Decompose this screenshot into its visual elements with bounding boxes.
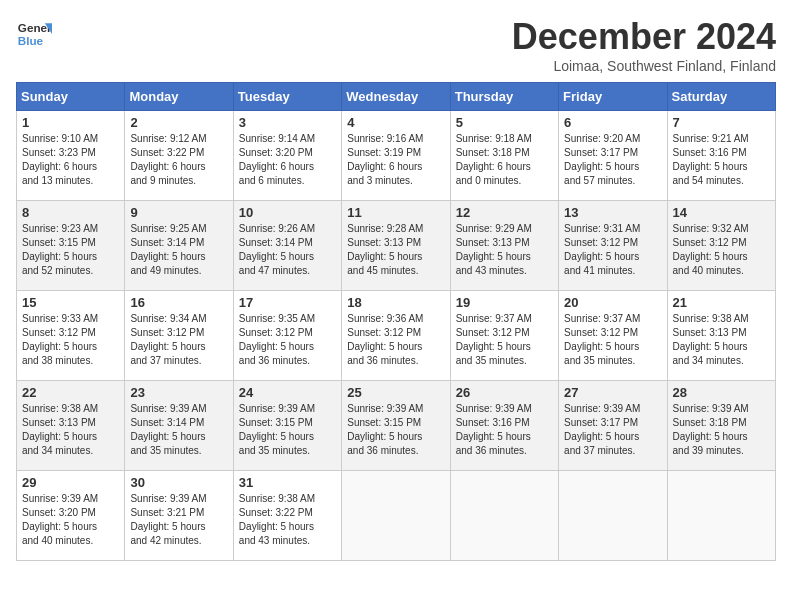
day-number: 8 [22, 205, 119, 220]
logo-icon: General Blue [16, 16, 52, 52]
day-number: 3 [239, 115, 336, 130]
calendar-cell: 12Sunrise: 9:29 AM Sunset: 3:13 PM Dayli… [450, 201, 558, 291]
day-info: Sunrise: 9:25 AM Sunset: 3:14 PM Dayligh… [130, 222, 227, 278]
day-number: 7 [673, 115, 770, 130]
calendar-cell: 4Sunrise: 9:16 AM Sunset: 3:19 PM Daylig… [342, 111, 450, 201]
weekday-header: Saturday [667, 83, 775, 111]
calendar-week-row: 15Sunrise: 9:33 AM Sunset: 3:12 PM Dayli… [17, 291, 776, 381]
calendar-cell: 7Sunrise: 9:21 AM Sunset: 3:16 PM Daylig… [667, 111, 775, 201]
calendar-cell: 13Sunrise: 9:31 AM Sunset: 3:12 PM Dayli… [559, 201, 667, 291]
day-number: 17 [239, 295, 336, 310]
day-info: Sunrise: 9:39 AM Sunset: 3:15 PM Dayligh… [347, 402, 444, 458]
day-info: Sunrise: 9:14 AM Sunset: 3:20 PM Dayligh… [239, 132, 336, 188]
calendar-week-row: 22Sunrise: 9:38 AM Sunset: 3:13 PM Dayli… [17, 381, 776, 471]
weekday-header: Friday [559, 83, 667, 111]
day-info: Sunrise: 9:39 AM Sunset: 3:17 PM Dayligh… [564, 402, 661, 458]
day-number: 14 [673, 205, 770, 220]
day-info: Sunrise: 9:18 AM Sunset: 3:18 PM Dayligh… [456, 132, 553, 188]
calendar-cell: 26Sunrise: 9:39 AM Sunset: 3:16 PM Dayli… [450, 381, 558, 471]
calendar-cell: 22Sunrise: 9:38 AM Sunset: 3:13 PM Dayli… [17, 381, 125, 471]
day-number: 28 [673, 385, 770, 400]
day-info: Sunrise: 9:38 AM Sunset: 3:13 PM Dayligh… [22, 402, 119, 458]
calendar-cell [342, 471, 450, 561]
day-info: Sunrise: 9:10 AM Sunset: 3:23 PM Dayligh… [22, 132, 119, 188]
calendar-cell [667, 471, 775, 561]
weekday-header: Wednesday [342, 83, 450, 111]
day-number: 18 [347, 295, 444, 310]
calendar-cell: 17Sunrise: 9:35 AM Sunset: 3:12 PM Dayli… [233, 291, 341, 381]
day-number: 24 [239, 385, 336, 400]
calendar-cell: 9Sunrise: 9:25 AM Sunset: 3:14 PM Daylig… [125, 201, 233, 291]
calendar-week-row: 8Sunrise: 9:23 AM Sunset: 3:15 PM Daylig… [17, 201, 776, 291]
day-info: Sunrise: 9:37 AM Sunset: 3:12 PM Dayligh… [564, 312, 661, 368]
page-header: General Blue December 2024 Loimaa, South… [16, 16, 776, 74]
day-number: 29 [22, 475, 119, 490]
calendar-cell: 18Sunrise: 9:36 AM Sunset: 3:12 PM Dayli… [342, 291, 450, 381]
day-number: 21 [673, 295, 770, 310]
day-number: 10 [239, 205, 336, 220]
title-area: December 2024 Loimaa, Southwest Finland,… [512, 16, 776, 74]
day-number: 1 [22, 115, 119, 130]
calendar-cell: 27Sunrise: 9:39 AM Sunset: 3:17 PM Dayli… [559, 381, 667, 471]
calendar-cell: 19Sunrise: 9:37 AM Sunset: 3:12 PM Dayli… [450, 291, 558, 381]
calendar-table: SundayMondayTuesdayWednesdayThursdayFrid… [16, 82, 776, 561]
calendar-cell: 16Sunrise: 9:34 AM Sunset: 3:12 PM Dayli… [125, 291, 233, 381]
day-info: Sunrise: 9:16 AM Sunset: 3:19 PM Dayligh… [347, 132, 444, 188]
calendar-cell [559, 471, 667, 561]
day-number: 26 [456, 385, 553, 400]
day-info: Sunrise: 9:36 AM Sunset: 3:12 PM Dayligh… [347, 312, 444, 368]
day-info: Sunrise: 9:38 AM Sunset: 3:22 PM Dayligh… [239, 492, 336, 548]
calendar-cell: 24Sunrise: 9:39 AM Sunset: 3:15 PM Dayli… [233, 381, 341, 471]
day-number: 11 [347, 205, 444, 220]
day-info: Sunrise: 9:20 AM Sunset: 3:17 PM Dayligh… [564, 132, 661, 188]
day-info: Sunrise: 9:33 AM Sunset: 3:12 PM Dayligh… [22, 312, 119, 368]
day-number: 22 [22, 385, 119, 400]
calendar-cell: 3Sunrise: 9:14 AM Sunset: 3:20 PM Daylig… [233, 111, 341, 201]
calendar-cell: 5Sunrise: 9:18 AM Sunset: 3:18 PM Daylig… [450, 111, 558, 201]
calendar-cell: 10Sunrise: 9:26 AM Sunset: 3:14 PM Dayli… [233, 201, 341, 291]
day-info: Sunrise: 9:38 AM Sunset: 3:13 PM Dayligh… [673, 312, 770, 368]
calendar-cell: 8Sunrise: 9:23 AM Sunset: 3:15 PM Daylig… [17, 201, 125, 291]
calendar-week-row: 29Sunrise: 9:39 AM Sunset: 3:20 PM Dayli… [17, 471, 776, 561]
calendar-cell: 28Sunrise: 9:39 AM Sunset: 3:18 PM Dayli… [667, 381, 775, 471]
weekday-header: Tuesday [233, 83, 341, 111]
calendar-cell: 23Sunrise: 9:39 AM Sunset: 3:14 PM Dayli… [125, 381, 233, 471]
day-info: Sunrise: 9:39 AM Sunset: 3:20 PM Dayligh… [22, 492, 119, 548]
day-info: Sunrise: 9:39 AM Sunset: 3:21 PM Dayligh… [130, 492, 227, 548]
day-number: 16 [130, 295, 227, 310]
weekday-header: Thursday [450, 83, 558, 111]
day-number: 30 [130, 475, 227, 490]
svg-text:General: General [18, 21, 52, 34]
day-number: 5 [456, 115, 553, 130]
day-info: Sunrise: 9:34 AM Sunset: 3:12 PM Dayligh… [130, 312, 227, 368]
day-number: 31 [239, 475, 336, 490]
day-number: 19 [456, 295, 553, 310]
day-info: Sunrise: 9:35 AM Sunset: 3:12 PM Dayligh… [239, 312, 336, 368]
day-info: Sunrise: 9:39 AM Sunset: 3:16 PM Dayligh… [456, 402, 553, 458]
logo: General Blue [16, 16, 52, 52]
weekday-header: Sunday [17, 83, 125, 111]
day-number: 15 [22, 295, 119, 310]
calendar-cell: 6Sunrise: 9:20 AM Sunset: 3:17 PM Daylig… [559, 111, 667, 201]
day-info: Sunrise: 9:31 AM Sunset: 3:12 PM Dayligh… [564, 222, 661, 278]
day-number: 12 [456, 205, 553, 220]
day-info: Sunrise: 9:12 AM Sunset: 3:22 PM Dayligh… [130, 132, 227, 188]
day-number: 13 [564, 205, 661, 220]
day-info: Sunrise: 9:28 AM Sunset: 3:13 PM Dayligh… [347, 222, 444, 278]
day-info: Sunrise: 9:23 AM Sunset: 3:15 PM Dayligh… [22, 222, 119, 278]
calendar-cell: 15Sunrise: 9:33 AM Sunset: 3:12 PM Dayli… [17, 291, 125, 381]
calendar-cell: 20Sunrise: 9:37 AM Sunset: 3:12 PM Dayli… [559, 291, 667, 381]
day-number: 9 [130, 205, 227, 220]
svg-text:Blue: Blue [18, 34, 44, 47]
calendar-cell: 11Sunrise: 9:28 AM Sunset: 3:13 PM Dayli… [342, 201, 450, 291]
day-number: 6 [564, 115, 661, 130]
calendar-cell: 2Sunrise: 9:12 AM Sunset: 3:22 PM Daylig… [125, 111, 233, 201]
day-number: 27 [564, 385, 661, 400]
calendar-cell: 30Sunrise: 9:39 AM Sunset: 3:21 PM Dayli… [125, 471, 233, 561]
day-info: Sunrise: 9:37 AM Sunset: 3:12 PM Dayligh… [456, 312, 553, 368]
day-info: Sunrise: 9:21 AM Sunset: 3:16 PM Dayligh… [673, 132, 770, 188]
calendar-cell: 31Sunrise: 9:38 AM Sunset: 3:22 PM Dayli… [233, 471, 341, 561]
weekday-header: Monday [125, 83, 233, 111]
day-number: 23 [130, 385, 227, 400]
calendar-cell: 14Sunrise: 9:32 AM Sunset: 3:12 PM Dayli… [667, 201, 775, 291]
